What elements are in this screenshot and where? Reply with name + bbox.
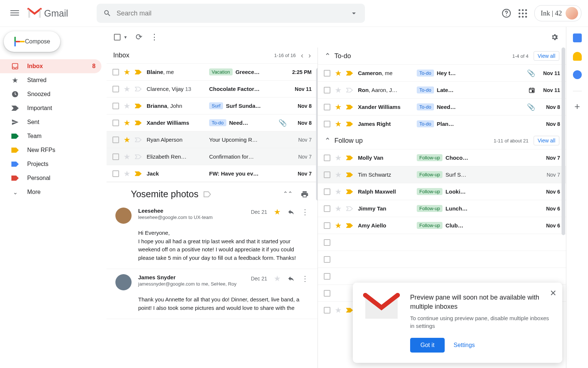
important-icon[interactable] <box>135 120 141 125</box>
important-icon[interactable] <box>135 137 141 142</box>
row-checkbox[interactable] <box>112 120 119 126</box>
label-chip[interactable]: Follow-up <box>417 222 442 229</box>
message[interactable]: Leesehee leesehee@google.com to UX-team … <box>107 202 318 269</box>
row-checkbox[interactable] <box>324 205 330 212</box>
email-row[interactable]: ★ Jimmy Tan Follow-up Lunch… Nov 6 <box>318 200 566 217</box>
star-icon[interactable]: ★ <box>123 135 130 144</box>
nav-snoozed[interactable]: Snoozed <box>0 87 101 101</box>
row-checkbox[interactable] <box>112 103 119 109</box>
star-icon[interactable]: ★ <box>335 170 342 179</box>
nav-team[interactable]: Team <box>0 129 101 143</box>
email-row[interactable]: ★ Ryan Alperson Your Upcoming R… Nov 7 <box>107 131 318 148</box>
star-icon[interactable]: ★ <box>274 274 281 283</box>
row-checkbox[interactable] <box>324 222 330 229</box>
nav-personal[interactable]: Personal <box>0 171 101 185</box>
important-icon[interactable] <box>135 171 141 176</box>
label-chip[interactable]: Vacation <box>209 68 233 75</box>
row-checkbox[interactable] <box>112 153 119 160</box>
email-row[interactable]: ★ Xander Williams To-do Need… 📎 Nov 8 <box>318 98 566 115</box>
star-icon[interactable]: ★ <box>123 152 130 161</box>
important-icon[interactable] <box>346 121 353 127</box>
star-icon[interactable]: ★ <box>335 120 342 128</box>
email-row[interactable]: ★ Blaine, me Vacation Greece… 2:25 PM <box>107 63 318 80</box>
calendar-icon[interactable] <box>573 33 582 42</box>
label-chip[interactable]: To-do <box>417 70 434 77</box>
email-row[interactable]: ★ Ron, Aaron, J… To-do Late… Nov 11 <box>318 81 566 98</box>
email-row[interactable]: ★ Molly Van Follow-up Choco… Nov 7 <box>318 149 566 166</box>
important-icon[interactable] <box>346 189 353 194</box>
nav-projects[interactable]: Projects <box>0 157 101 171</box>
label-chip[interactable]: Follow-up <box>417 205 442 212</box>
reply-icon[interactable] <box>287 208 295 216</box>
important-icon[interactable] <box>346 172 353 177</box>
next-page-icon[interactable]: › <box>308 51 311 60</box>
collapse-all-icon[interactable]: ⌃⌃ <box>283 190 293 198</box>
important-icon[interactable] <box>135 103 141 109</box>
tasks-icon[interactable] <box>573 70 582 79</box>
collapse-icon[interactable]: ⌃ <box>325 136 331 145</box>
profile-chip[interactable]: Ink | 42 <box>534 5 581 21</box>
row-checkbox[interactable] <box>324 70 330 77</box>
row-checkbox[interactable] <box>324 87 330 93</box>
important-icon[interactable] <box>135 70 141 75</box>
got-it-button[interactable]: Got it <box>410 338 445 353</box>
search-dropdown-icon[interactable] <box>349 9 358 18</box>
label-chip[interactable]: To-do <box>417 120 434 127</box>
important-icon[interactable] <box>346 88 353 93</box>
collapse-icon[interactable]: ⌃ <box>325 52 331 60</box>
label-icon[interactable] <box>204 191 211 197</box>
row-checkbox[interactable] <box>112 170 119 177</box>
search-input[interactable] <box>116 10 349 17</box>
important-icon[interactable] <box>135 154 141 159</box>
label-chip[interactable]: Surf <box>209 102 223 109</box>
settings-link[interactable]: Settings <box>453 342 475 348</box>
select-all-checkbox[interactable] <box>114 34 121 40</box>
star-icon[interactable]: ★ <box>335 306 342 315</box>
keep-icon[interactable] <box>573 52 582 61</box>
row-checkbox[interactable] <box>324 273 330 280</box>
row-checkbox[interactable] <box>324 290 330 297</box>
row-checkbox[interactable] <box>112 69 119 75</box>
row-checkbox[interactable] <box>324 155 330 161</box>
close-icon[interactable]: ✕ <box>550 289 556 298</box>
star-icon[interactable]: ★ <box>274 208 281 216</box>
message-more-icon[interactable]: ⋮ <box>301 208 309 216</box>
important-icon[interactable] <box>346 105 353 110</box>
view-all-button[interactable]: View all <box>534 136 559 145</box>
email-row[interactable]: ★ Amy Aiello Follow-up Club… Nov 6 <box>318 217 566 234</box>
star-icon[interactable]: ★ <box>335 153 342 162</box>
message-more-icon[interactable]: ⋮ <box>301 274 309 283</box>
email-row[interactable]: ★ Cameron, me To-do Hey t… 📎 Nov 11 <box>318 64 566 81</box>
refresh-icon[interactable]: ⟳ <box>136 32 142 42</box>
row-checkbox[interactable] <box>324 121 330 127</box>
label-chip[interactable]: Follow-up <box>417 154 442 161</box>
help-icon[interactable] <box>502 8 511 18</box>
star-icon[interactable]: ★ <box>123 118 130 127</box>
email-row[interactable]: ★ Xander Williams To-do Need… 📎 Nov 8 <box>107 114 318 131</box>
email-row[interactable]: ★ Tim Schwartz Follow-up Surf S… Nov 7 <box>318 166 566 183</box>
print-icon[interactable] <box>301 190 309 198</box>
nav-important[interactable]: Important <box>0 101 101 115</box>
email-row[interactable]: ★ Brianna, John Surf Surf Sunda… Nov 8 <box>107 97 318 114</box>
message[interactable]: James Snyder jamessnyder@google.com to m… <box>107 269 318 319</box>
settings-icon[interactable] <box>551 33 559 41</box>
important-icon[interactable] <box>346 223 353 228</box>
important-icon[interactable] <box>346 308 353 313</box>
apps-icon[interactable] <box>519 9 527 18</box>
label-chip[interactable]: To-do <box>209 119 226 126</box>
scrollbar-thumb[interactable] <box>562 47 565 235</box>
row-checkbox[interactable] <box>112 86 119 92</box>
row-checkbox[interactable] <box>324 307 330 314</box>
search-box[interactable] <box>97 4 365 23</box>
select-dropdown-icon[interactable]: ▼ <box>123 35 128 39</box>
row-checkbox[interactable] <box>324 256 330 263</box>
prev-page-icon[interactable]: ‹ <box>301 51 304 60</box>
row-checkbox[interactable] <box>324 104 330 110</box>
row-checkbox[interactable] <box>324 239 330 246</box>
nav-more[interactable]: ⌄ More <box>0 185 101 199</box>
nav-starred[interactable]: ★ Starred <box>0 73 101 87</box>
nav-sent[interactable]: Sent <box>0 115 101 129</box>
more-icon[interactable]: ⋮ <box>150 32 158 42</box>
star-icon[interactable]: ★ <box>335 103 342 112</box>
star-icon[interactable]: ★ <box>123 102 130 110</box>
